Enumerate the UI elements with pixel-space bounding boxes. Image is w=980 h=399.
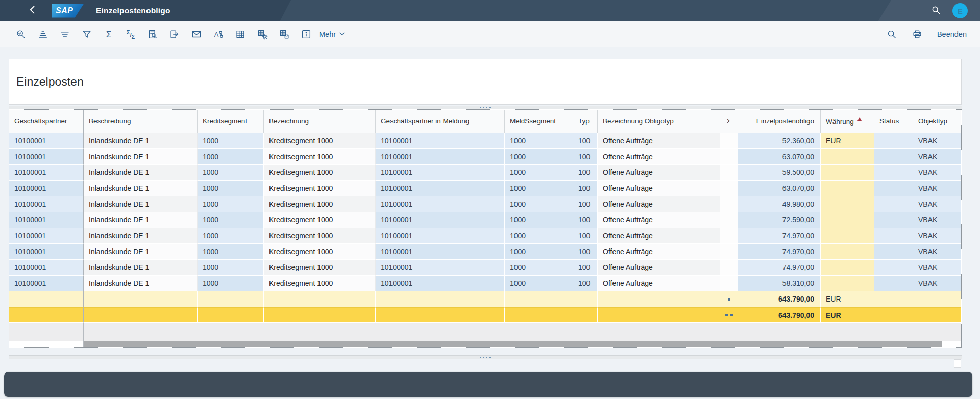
cell-geschaeftspartner[interactable] — [9, 291, 84, 307]
cell-meldssegment[interactable]: 1000 — [505, 165, 573, 181]
cell-waehrung[interactable] — [821, 260, 874, 276]
avatar[interactable]: E — [952, 3, 968, 18]
cell-beschreibung[interactable]: Inlandskunde DE 1 — [84, 260, 198, 276]
cell-beschreibung[interactable]: Inlandskunde DE 1 — [84, 276, 198, 291]
cell-kreditsegment[interactable]: 1000 — [198, 165, 264, 181]
column-header-typ[interactable]: Typ — [573, 110, 598, 133]
column-header-meldssegment[interactable]: MeldSsegment — [505, 110, 573, 133]
cell-typ[interactable]: 100 — [573, 133, 598, 149]
cell-bezeichnung[interactable]: Kreditsegment 1000 — [264, 196, 376, 212]
cell-typ[interactable] — [573, 291, 598, 307]
cell-meldssegment[interactable]: 1000 — [505, 228, 573, 244]
cell-geschaeftspartner[interactable]: 10100001 — [9, 244, 84, 260]
cell-objekttyp[interactable]: VBAK — [913, 228, 961, 244]
grand-total-row[interactable]: 643.790,00EUR — [9, 307, 961, 323]
grid-settings-icon[interactable] — [255, 27, 270, 42]
cell-status[interactable] — [874, 244, 913, 260]
column-header-waehrung[interactable]: Währung — [821, 110, 874, 133]
cell-kreditsegment[interactable] — [198, 307, 264, 323]
cell-kreditsegment[interactable]: 1000 — [198, 149, 264, 165]
cell-bezeichnung[interactable] — [264, 307, 376, 323]
export-icon[interactable] — [167, 27, 182, 42]
cell-bezeichnung_obligotyp[interactable]: Offene Aufträge — [598, 196, 720, 212]
cell-status[interactable] — [874, 291, 913, 307]
cell-einzelpostenobligo[interactable]: 643.790,00 — [738, 291, 821, 307]
cell-gp_in_meldung[interactable] — [376, 291, 505, 307]
cell-beschreibung[interactable]: Inlandskunde DE 1 — [84, 149, 198, 165]
print-icon[interactable] — [910, 27, 925, 42]
cell-summe[interactable] — [720, 244, 738, 260]
cell-beschreibung[interactable]: Inlandskunde DE 1 — [84, 165, 198, 181]
cell-waehrung[interactable] — [821, 228, 874, 244]
cell-beschreibung[interactable]: Inlandskunde DE 1 — [84, 133, 198, 149]
beenden-button[interactable]: Beenden — [937, 30, 967, 38]
cell-bezeichnung_obligotyp[interactable]: Offene Aufträge — [598, 165, 720, 181]
cell-gp_in_meldung[interactable]: 10100001 — [376, 196, 505, 212]
cell-kreditsegment[interactable]: 1000 — [198, 212, 264, 228]
column-header-status[interactable]: Status — [874, 110, 913, 133]
cell-waehrung[interactable] — [821, 276, 874, 291]
cell-summe[interactable] — [720, 181, 738, 196]
cell-typ[interactable]: 100 — [573, 196, 598, 212]
grid-view-icon[interactable] — [233, 27, 248, 42]
cell-status[interactable] — [874, 260, 913, 276]
cell-meldssegment[interactable]: 1000 — [505, 276, 573, 291]
cell-kreditsegment[interactable]: 1000 — [198, 260, 264, 276]
cell-summe[interactable] — [720, 260, 738, 276]
filter-icon[interactable] — [79, 27, 94, 42]
cell-gp_in_meldung[interactable]: 10100001 — [376, 165, 505, 181]
table-row[interactable]: 10100001Inlandskunde DE 11000Kreditsegme… — [9, 212, 961, 228]
column-header-bezeichnung[interactable]: Bezeichnung — [264, 110, 376, 133]
cell-beschreibung[interactable]: Inlandskunde DE 1 — [84, 212, 198, 228]
cell-gp_in_meldung[interactable]: 10100001 — [376, 228, 505, 244]
cell-status[interactable] — [874, 181, 913, 196]
find-icon[interactable] — [13, 27, 29, 42]
table-row[interactable]: 10100001Inlandskunde DE 11000Kreditsegme… — [9, 228, 961, 244]
column-header-bezeichnung_obligotyp[interactable]: Bezeichnung Obligotyp — [598, 110, 720, 133]
cell-summe[interactable] — [720, 228, 738, 244]
cell-waehrung[interactable] — [821, 212, 874, 228]
cell-status[interactable] — [874, 228, 913, 244]
cell-geschaeftspartner[interactable]: 10100001 — [9, 212, 84, 228]
cell-beschreibung[interactable] — [84, 291, 198, 307]
cell-typ[interactable]: 100 — [573, 276, 598, 291]
table-row[interactable]: 10100001Inlandskunde DE 11000Kreditsegme… — [9, 244, 961, 260]
cell-summe[interactable] — [720, 165, 738, 181]
cell-objekttyp[interactable]: VBAK — [913, 260, 961, 276]
cell-einzelpostenobligo[interactable]: 643.790,00 — [738, 307, 821, 323]
grid-export-save-icon[interactable] — [277, 27, 292, 42]
cell-status[interactable] — [874, 212, 913, 228]
cell-geschaeftspartner[interactable]: 10100001 — [9, 133, 84, 149]
cell-beschreibung[interactable]: Inlandskunde DE 1 — [84, 244, 198, 260]
cell-einzelpostenobligo[interactable]: 63.070,00 — [738, 181, 821, 196]
cell-summe[interactable] — [720, 149, 738, 165]
cell-kreditsegment[interactable]: 1000 — [198, 244, 264, 260]
cell-meldssegment[interactable]: 1000 — [505, 196, 573, 212]
cell-waehrung[interactable]: EUR — [821, 133, 874, 149]
cell-typ[interactable]: 100 — [573, 165, 598, 181]
cell-einzelpostenobligo[interactable]: 52.360,00 — [738, 133, 821, 149]
cell-meldssegment[interactable]: 1000 — [505, 212, 573, 228]
cell-geschaeftspartner[interactable]: 10100001 — [9, 228, 84, 244]
cell-summe[interactable] — [720, 212, 738, 228]
cell-bezeichnung[interactable]: Kreditsegment 1000 — [264, 276, 376, 291]
cell-objekttyp[interactable] — [913, 291, 961, 307]
cell-objekttyp[interactable]: VBAK — [913, 212, 961, 228]
cell-bezeichnung_obligotyp[interactable]: Offene Aufträge — [598, 212, 720, 228]
cell-beschreibung[interactable] — [84, 307, 198, 323]
cell-typ[interactable]: 100 — [573, 149, 598, 165]
cell-einzelpostenobligo[interactable]: 59.500,00 — [738, 165, 821, 181]
cell-bezeichnung[interactable]: Kreditsegment 1000 — [264, 228, 376, 244]
cell-waehrung[interactable] — [821, 181, 874, 196]
cell-summe[interactable] — [720, 291, 738, 307]
cell-bezeichnung_obligotyp[interactable]: Offene Aufträge — [598, 276, 720, 291]
cell-typ[interactable]: 100 — [573, 244, 598, 260]
column-header-summe[interactable]: Σ — [720, 110, 738, 133]
splitter-grip[interactable] — [480, 357, 491, 358]
cell-gp_in_meldung[interactable]: 10100001 — [376, 212, 505, 228]
cell-waehrung[interactable] — [821, 165, 874, 181]
cell-gp_in_meldung[interactable]: 10100001 — [376, 260, 505, 276]
cell-summe[interactable] — [720, 196, 738, 212]
cell-geschaeftspartner[interactable]: 10100001 — [9, 181, 84, 196]
cell-bezeichnung[interactable]: Kreditsegment 1000 — [264, 165, 376, 181]
